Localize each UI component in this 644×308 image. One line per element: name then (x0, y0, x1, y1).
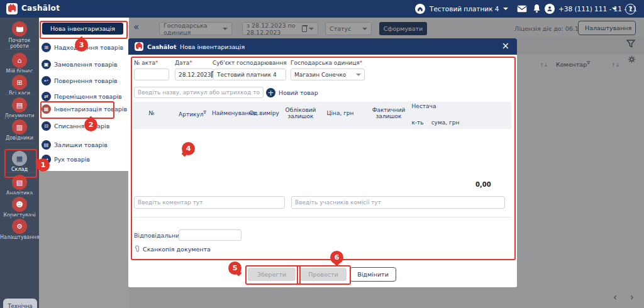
help-icon[interactable]: ? (625, 4, 636, 14)
annotation-box-save (245, 265, 301, 285)
step-marker-3: 3 (75, 38, 88, 52)
settings-icon: ⚙ (12, 219, 27, 234)
divider (5, 49, 34, 50)
divider (5, 117, 34, 118)
mail-icon[interactable] (517, 5, 527, 13)
app-window: Cashälot Тестовий платник 4 +38 (111) 11… (0, 0, 644, 308)
menu-item-povernennya[interactable]: ↩ Повернення товарів (42, 75, 126, 86)
annotation-box-post (297, 265, 351, 285)
write-off-icon: ⊟ (42, 121, 51, 131)
annotation-box-sklad (4, 149, 37, 178)
divider (5, 94, 34, 95)
step-marker-4: 4 (182, 142, 195, 155)
users-icon: ☻ (12, 197, 27, 212)
brand-name: Cashälot (21, 4, 60, 13)
modal-brand: Cashälot (147, 43, 177, 50)
account-caret-icon[interactable] (503, 8, 508, 10)
account-name[interactable]: Тестовий платник 4 (430, 5, 499, 13)
account-home-icon (415, 4, 425, 14)
menu-item-rukh[interactable]: → Рух товарів (42, 153, 126, 165)
annotation-box-modal-body (131, 57, 516, 260)
goods-in-icon: ⊞ (42, 43, 51, 52)
returns-icon: ↩ (42, 76, 51, 85)
directory-icon: ▥ (12, 119, 27, 135)
modal-header: Cashälot Нова інвентаризація × (128, 38, 517, 55)
divider (5, 194, 34, 195)
tech-support-button[interactable]: Технічна підтримка (3, 299, 37, 308)
step-marker-6: 6 (330, 251, 343, 264)
close-icon[interactable]: × (501, 40, 509, 52)
stock-icon: ▤ (42, 140, 51, 150)
cashalot-logo-icon (12, 21, 27, 36)
menu-item-zamovlennya[interactable]: ▣ Замовлення товарів (42, 58, 126, 70)
annotation-box-new-inventory (40, 21, 128, 39)
bell-icon[interactable] (533, 4, 541, 13)
user-icon[interactable] (545, 4, 555, 14)
modal-title: Нова інвентаризація (180, 43, 245, 50)
cashalot-logo-icon (135, 42, 143, 51)
step-marker-5: 5 (228, 261, 242, 275)
divider (5, 216, 34, 217)
divider (5, 143, 34, 143)
cashalot-logo-icon (6, 3, 18, 14)
menu-item-zalyshky[interactable]: ▤ Залишки товарів (42, 139, 126, 150)
orders-icon: ▣ (42, 60, 51, 69)
transfer-icon: ⇄ (42, 92, 51, 101)
cash-register-icon: ⊞ (12, 75, 27, 90)
phone-caret-icon[interactable] (612, 8, 617, 10)
step-marker-1: 1 (36, 158, 50, 172)
modal-overlay (39, 171, 129, 308)
menu-item-peremishchennya[interactable]: ⇄ Переміщення товарів (42, 91, 126, 102)
annotation-box-inventory-item (40, 101, 114, 119)
documents-icon: ▤ (12, 97, 27, 113)
cancel-button[interactable]: Відмінити (350, 267, 396, 282)
top-bar: Cashälot Тестовий платник 4 +38 (111) 11… (0, 0, 644, 18)
step-marker-2: 2 (84, 118, 97, 131)
divider (5, 72, 34, 73)
home-icon: ⌂ (12, 53, 27, 68)
menu-item-spysannya[interactable]: ⊟ Списання товарів (42, 120, 126, 131)
